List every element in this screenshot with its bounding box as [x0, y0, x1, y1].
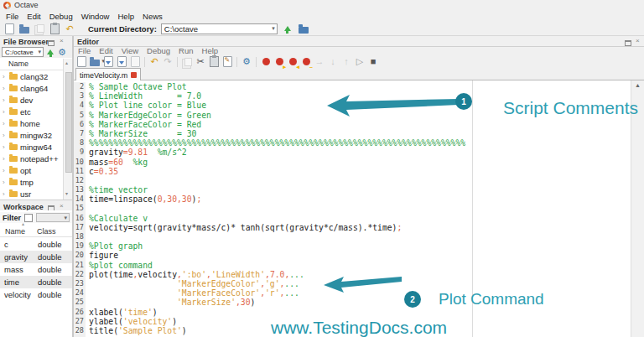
browse-directories-button[interactable] [298, 23, 309, 34]
redo-icon[interactable]: ↷ [162, 56, 174, 68]
title-bar: Octave [0, 0, 644, 11]
expand-chevron-icon[interactable]: › [3, 143, 7, 151]
menu-edit[interactable]: Edit [23, 12, 44, 21]
workspace-name-column[interactable]: Name [5, 227, 25, 236]
variable-name: time [0, 277, 38, 287]
expand-chevron-icon[interactable]: › [3, 85, 7, 92]
menu-help[interactable]: Help [113, 12, 138, 21]
previous-breakpoint-icon[interactable]: ◂ [287, 56, 299, 68]
run-file-gear-icon[interactable]: ⚙ [241, 56, 252, 68]
open-file-icon[interactable] [89, 56, 101, 68]
close-editor-icon[interactable]: × [636, 38, 640, 44]
print-icon[interactable] [129, 56, 141, 68]
actions-gear-icon[interactable]: ⚙ [57, 46, 67, 58]
code-line: xlabel('time') [89, 308, 631, 317]
menu-news[interactable]: News [138, 12, 167, 21]
code-editor-area[interactable]: 2345678910111213141516171819202122232425… [74, 80, 644, 337]
filter-checkbox[interactable] [24, 214, 33, 222]
menu-debug[interactable]: Debug [45, 12, 77, 21]
step-in-icon[interactable]: ↓ [327, 56, 339, 68]
cut-icon[interactable]: ✂ [195, 56, 206, 68]
expand-chevron-icon[interactable]: › [3, 167, 7, 174]
undo-icon[interactable]: ↶ [64, 23, 75, 34]
current-directory-combobox[interactable]: C:\octave ▾ [161, 23, 278, 34]
next-breakpoint-icon[interactable]: ▸ [273, 56, 285, 68]
file-tree-scrollbar[interactable]: ▴ ▾ [63, 59, 72, 200]
tree-item-home[interactable]: ›home [0, 117, 63, 129]
toggle-breakpoint-icon[interactable] [260, 56, 272, 68]
file-browser-path-combobox[interactable]: C:/octave ▾ [2, 47, 44, 57]
filter-combobox[interactable]: ▾ [36, 213, 70, 222]
tab-timevelocity[interactable]: timeVelocity.m [75, 68, 141, 81]
scroll-down-icon[interactable]: ▾ [65, 190, 68, 196]
tree-item-mingw32[interactable]: ›mingw32 [0, 129, 63, 141]
tree-item-clang32[interactable]: ›clang32 [0, 70, 63, 82]
tree-item-opt[interactable]: ›opt [0, 164, 63, 176]
stop-icon[interactable]: ■ [367, 56, 379, 68]
one-directory-up-button[interactable] [282, 23, 293, 34]
remove-breakpoints-icon[interactable]: – [300, 56, 312, 68]
save-file-icon[interactable] [102, 56, 114, 68]
expand-chevron-icon[interactable]: › [3, 190, 7, 198]
variable-class: double [38, 252, 62, 262]
workspace-class-column[interactable]: Class [37, 227, 56, 236]
tree-item-dev[interactable]: ›dev [0, 94, 63, 106]
workspace-row-gravity[interactable]: gravitydouble [0, 251, 72, 263]
close-panel-icon[interactable]: × [60, 203, 64, 210]
editor-menu-run[interactable]: Run [174, 46, 197, 55]
file-tree-name-column-header[interactable]: Name [8, 60, 29, 68]
code-line: % LineWidth = 7.0 [89, 91, 631, 101]
tree-item-clang64[interactable]: ›clang64 [0, 82, 63, 94]
directory-up-button[interactable] [46, 46, 55, 58]
editor-menu-debug[interactable]: Debug [143, 46, 174, 55]
workspace-row-mass[interactable]: massdouble [0, 263, 72, 276]
tree-item-etc[interactable]: ›etc [0, 106, 63, 117]
expand-chevron-icon[interactable]: › [3, 155, 7, 163]
new-script-icon[interactable] [75, 56, 87, 68]
expand-chevron-icon[interactable]: › [3, 96, 7, 104]
tree-item-usr[interactable]: ›usr [0, 188, 63, 200]
expand-chevron-icon[interactable]: › [3, 108, 7, 116]
expand-chevron-icon[interactable]: › [3, 132, 7, 139]
line-number: 28 [74, 326, 86, 335]
save-file-as-icon[interactable] [116, 56, 127, 68]
editor-menu-file[interactable]: File [74, 46, 95, 55]
expand-chevron-icon[interactable]: › [3, 120, 7, 127]
folder-name: clang32 [20, 72, 48, 81]
tree-item-notepad++[interactable]: ›notepad++ [0, 153, 63, 164]
scroll-up-icon[interactable]: ▲ [635, 82, 641, 88]
step-icon[interactable]: → [314, 56, 325, 68]
menu-window[interactable]: Window [77, 12, 114, 21]
editor-menu-view[interactable]: View [117, 46, 143, 55]
open-folder-icon[interactable] [18, 23, 30, 34]
paste-icon[interactable] [208, 56, 220, 68]
expand-chevron-icon[interactable]: › [3, 179, 7, 186]
close-panel-icon[interactable]: × [60, 38, 64, 44]
scrollbar-thumb[interactable] [65, 72, 72, 173]
tree-item-mingw64[interactable]: ›mingw64 [0, 141, 63, 153]
folder-name: opt [20, 166, 31, 175]
copy-icon[interactable] [181, 56, 193, 68]
paste-icon[interactable] [49, 23, 60, 34]
scroll-up-icon[interactable]: ▴ [65, 60, 68, 65]
menu-file[interactable]: File [2, 12, 23, 21]
expand-chevron-icon[interactable]: › [3, 73, 7, 80]
new-document-icon[interactable] [3, 23, 15, 34]
editor-menu-help[interactable]: Help [198, 46, 223, 55]
workspace-row-velocity[interactable]: velocitydouble [0, 288, 72, 301]
workspace-row-time[interactable]: timedouble [0, 276, 72, 288]
step-out-icon[interactable]: ↑ [340, 56, 352, 68]
line-number-gutter[interactable]: 2345678910111213141516171819202122232425… [74, 82, 86, 337]
tree-item-tmp[interactable]: ›tmp [0, 176, 63, 188]
run-save-icon[interactable]: ▷ [354, 56, 366, 68]
code-line: figure [89, 251, 631, 260]
folder-icon [9, 109, 18, 115]
undo-icon[interactable]: ↶ [148, 56, 160, 68]
editor-menu-edit[interactable]: Edit [95, 46, 117, 55]
copy-icon[interactable] [34, 23, 45, 34]
workspace-row-c[interactable]: cdouble [0, 238, 72, 251]
editor-scrollbar[interactable]: ▲ [631, 80, 644, 337]
find-replace-icon[interactable] [221, 56, 233, 68]
float-editor-icon[interactable] [625, 39, 631, 48]
variable-class: double [38, 265, 62, 274]
